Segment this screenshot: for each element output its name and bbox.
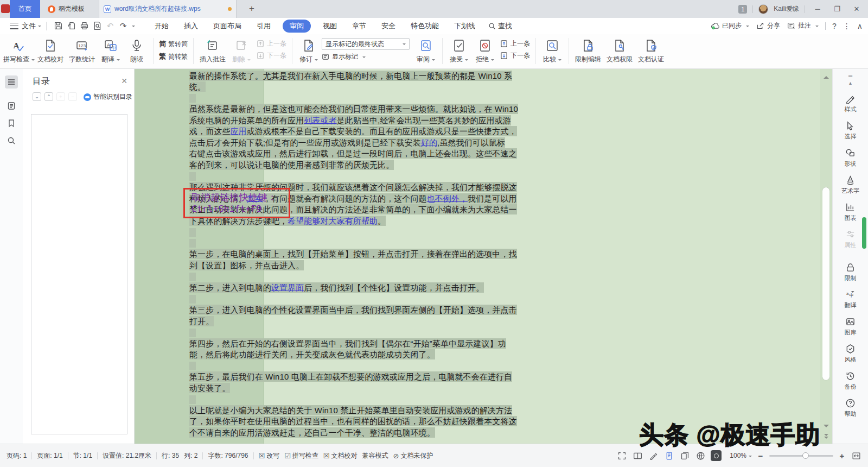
share-button[interactable]: 分享 (756, 21, 780, 30)
document-lines[interactable]: 最新的操作系统了。尤其是我们在新入手电脑的时候，新电脑上一般预装的都是 Win1… (189, 70, 504, 438)
sidebar-item-styles[interactable]: 样式 (845, 93, 857, 113)
tab-section[interactable]: 章节 (344, 18, 374, 34)
toc-minus-button[interactable]: − (68, 92, 77, 101)
review-button[interactable]: 审阅 (413, 37, 439, 64)
tab-security[interactable]: 安全 (374, 18, 403, 34)
compat-mode-label[interactable]: 兼容模式 (362, 451, 388, 460)
toc-collapse-button[interactable]: ⌃ (44, 92, 53, 101)
print-button[interactable] (78, 20, 91, 32)
file-menu[interactable]: 文件 (22, 21, 36, 31)
sidebar-item-select[interactable]: 选择 (845, 121, 857, 141)
print-preview-button[interactable] (91, 20, 104, 32)
simplified-to-traditional-button[interactable]: 繁简转繁 (159, 52, 188, 61)
tab-view[interactable]: 视图 (315, 18, 344, 34)
toc-empty-list[interactable] (31, 114, 127, 434)
collapse-ribbon-button[interactable]: ∧ (857, 22, 863, 30)
tab-references[interactable]: 引用 (249, 18, 278, 34)
previous-revision-button[interactable]: 上一条 (500, 39, 530, 48)
toc-panel-button[interactable] (5, 75, 18, 89)
help-button[interactable]: ? (832, 22, 837, 30)
sidebar-item-help[interactable]: 帮助 (845, 398, 857, 418)
toc-plus-button[interactable]: + (56, 92, 65, 101)
show-markup-button[interactable]: 显示标记 (322, 52, 410, 61)
hyperlink-text[interactable]: 应用 (230, 126, 246, 136)
hyperlink-text[interactable]: 希望能够对大家有所帮助 (288, 216, 378, 226)
hyperlink-text[interactable]: 列表或者 (304, 115, 336, 125)
next-revision-button[interactable]: 下一条 (500, 51, 530, 60)
user-avatar[interactable] (758, 4, 768, 14)
spell-check-button[interactable]: A 拼写检查 (3, 37, 35, 64)
traditional-to-simplified-button[interactable]: 简繁转简 (159, 39, 188, 49)
zoom-slider-thumb[interactable] (802, 452, 809, 459)
export-button[interactable] (65, 20, 78, 32)
zoom-out-button[interactable]: − (757, 451, 764, 460)
new-tab-button[interactable]: + (245, 2, 258, 15)
translate-button[interactable]: A中 翻译 (98, 37, 124, 64)
previous-comment-button[interactable]: 上一条 (257, 39, 286, 48)
redo-button[interactable]: ↷ (117, 20, 130, 32)
hamburger-icon[interactable] (10, 23, 18, 29)
home-tab[interactable]: 首页 (10, 0, 40, 18)
fit-window-button[interactable] (851, 450, 861, 461)
document-certification-button[interactable]: 文档认证 (635, 37, 667, 64)
insert-comment-button[interactable]: 插入批注 (197, 37, 228, 64)
protection-label[interactable]: ⊘文档未保护 (393, 451, 433, 460)
close-button[interactable]: ✕ (850, 5, 864, 13)
sidebar-item-restrict[interactable]: 限制 (845, 262, 857, 282)
hyperlink-text[interactable]: 设置界面 (271, 282, 304, 293)
zoom-in-button[interactable]: + (838, 451, 846, 460)
document-tab[interactable]: W word取消文档所有超链接.wps (99, 0, 237, 18)
markup-state-select[interactable]: 显示标记的最终状态 (322, 38, 410, 50)
hyperlink-text[interactable]: 好的 (421, 137, 437, 148)
hyperlink-text[interactable]: 也不例外， (427, 193, 468, 204)
find-button[interactable]: 查找 (483, 21, 518, 31)
sidebar-item-wordart[interactable]: 艺术字 (841, 175, 859, 195)
vertical-scrollbar[interactable] (820, 69, 832, 444)
read-aloud-button[interactable]: 朗读 (124, 37, 150, 64)
notes-panel-button[interactable] (5, 99, 18, 112)
sidebar-collapse-icon[interactable]: ═▴ (848, 72, 852, 86)
close-icon[interactable]: ✕ (121, 77, 127, 85)
eye-protection-button[interactable] (711, 450, 722, 461)
page-view-button[interactable] (663, 450, 674, 461)
delete-comment-button[interactable]: 删除 (228, 37, 254, 64)
track-changes-button[interactable]: 修订 (296, 37, 322, 64)
smart-toc-button[interactable]: 智能识别目录 (84, 92, 132, 102)
read-layout-button[interactable] (632, 450, 643, 461)
zoom-level-label[interactable]: 100% (730, 452, 752, 459)
document-permission-button[interactable]: 文档权限 (604, 37, 635, 64)
tab-page-layout[interactable]: 页面布局 (206, 18, 249, 34)
search-panel-button[interactable] (5, 134, 18, 147)
fullscreen-button[interactable] (616, 450, 627, 461)
sidebar-item-chart[interactable]: 图表 (845, 202, 857, 222)
reject-revision-button[interactable]: 拒绝 (472, 37, 498, 64)
zoom-slider[interactable] (769, 455, 833, 457)
accept-revision-button[interactable]: 接受 (446, 37, 472, 64)
sync-status-button[interactable]: 已同步 (711, 21, 749, 30)
scroll-down-icon[interactable] (824, 425, 829, 430)
proofread-toggle[interactable]: ☒文档校对 (323, 451, 358, 460)
sidebar-item-style[interactable]: 风格 (845, 344, 857, 364)
next-page-icon[interactable] (824, 434, 829, 439)
restrict-editing-button[interactable]: 限制编辑 (572, 37, 604, 64)
chevron-down-icon[interactable] (132, 26, 135, 29)
save-button[interactable] (52, 20, 65, 32)
web-layout-button[interactable] (695, 450, 706, 461)
sidebar-item-backup[interactable]: 备份 (845, 371, 857, 391)
word-count-label[interactable]: 字数: 796/796 (208, 451, 248, 460)
notification-badge[interactable]: 1 (738, 5, 747, 14)
spell-check-toggle[interactable]: ☑拼写检查 (284, 451, 318, 460)
undo-button[interactable]: ↶ (104, 20, 117, 32)
sidebar-item-gallery[interactable]: 图库 (845, 317, 857, 337)
sidebar-item-properties[interactable]: 属性 (845, 229, 857, 249)
word-count-button[interactable]: 123 字数统计 (66, 37, 98, 64)
tab-start[interactable]: 开始 (147, 18, 176, 34)
bookmark-panel-button[interactable] (5, 117, 18, 130)
next-comment-button[interactable]: 下一条 (257, 51, 286, 60)
restore-button[interactable]: ❐ (830, 5, 844, 13)
minimize-button[interactable]: ─ (810, 5, 825, 13)
tab-special-features[interactable]: 特色功能 (403, 18, 446, 34)
more-button[interactable]: ⋮ (843, 22, 851, 30)
comment-menu-button[interactable]: 批注 (787, 21, 819, 30)
scrollbar-thumb[interactable] (822, 187, 829, 380)
